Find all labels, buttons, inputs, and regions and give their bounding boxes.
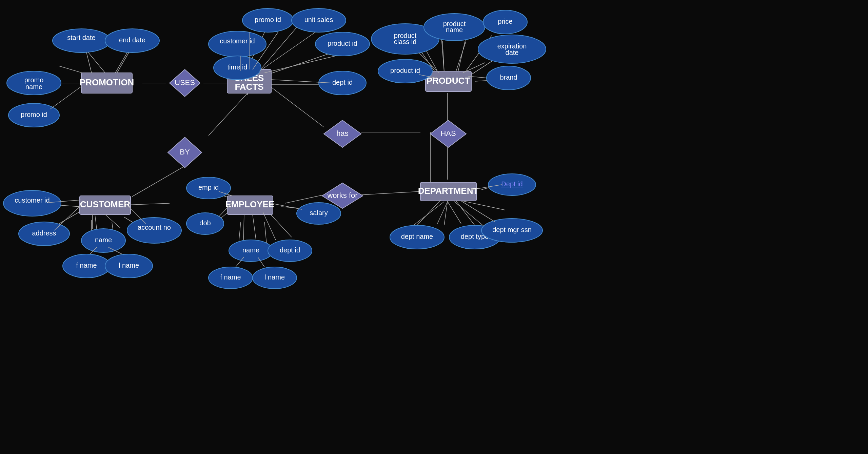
svg-text:customer id: customer id: [15, 197, 50, 204]
svg-text:class id: class id: [394, 38, 417, 45]
svg-text:l name: l name: [119, 262, 139, 269]
svg-text:dept id: dept id: [280, 246, 300, 254]
svg-line-103: [444, 201, 448, 225]
svg-line-14: [268, 85, 324, 127]
department-label: DEPARTMENT: [418, 186, 479, 196]
svg-text:unit sales: unit sales: [304, 16, 333, 23]
svg-text:price: price: [498, 18, 512, 25]
svg-text:dept mgr ssn: dept mgr ssn: [492, 226, 532, 233]
er-diagram: PROMOTION SALES FACTS PRODUCT CUSTOMER E…: [0, 0, 868, 454]
svg-line-20: [285, 195, 324, 203]
svg-text:address: address: [32, 229, 56, 237]
employee-label: EMPLOYEE: [225, 199, 274, 209]
svg-line-117: [271, 203, 302, 209]
svg-line-104: [417, 200, 441, 225]
svg-text:f name: f name: [220, 273, 241, 281]
svg-text:FACTS: FACTS: [235, 82, 263, 92]
svg-text:salary: salary: [310, 209, 328, 216]
svg-line-97: [456, 41, 466, 71]
svg-line-88: [117, 53, 129, 73]
svg-text:l name: l name: [264, 273, 285, 281]
svg-text:dept name: dept name: [401, 233, 433, 240]
by-label: BY: [180, 148, 190, 156]
svg-text:brand: brand: [500, 74, 517, 81]
svg-text:f name: f name: [76, 262, 97, 269]
svg-text:dob: dob: [199, 219, 211, 227]
svg-text:Dept id: Dept id: [501, 180, 522, 188]
customer-label: CUSTOMER: [80, 199, 131, 209]
svg-text:date: date: [506, 49, 519, 56]
has-lower-label: has: [336, 129, 348, 138]
svg-text:product id: product id: [390, 67, 420, 74]
svg-line-44: [454, 202, 485, 227]
has-upper-label: HAS: [440, 129, 456, 138]
svg-text:name: name: [95, 236, 112, 244]
svg-line-26: [125, 203, 170, 205]
svg-line-19: [361, 191, 420, 195]
product-label: PRODUCT: [427, 76, 470, 86]
svg-text:promo id: promo id: [255, 16, 281, 23]
svg-line-115: [253, 214, 256, 240]
svg-line-109: [95, 214, 97, 229]
svg-text:account no: account no: [138, 224, 171, 231]
svg-text:emp id: emp id: [198, 184, 219, 191]
svg-text:name: name: [446, 26, 463, 34]
svg-text:promo: promo: [24, 76, 44, 84]
svg-text:customer id: customer id: [220, 37, 255, 45]
svg-text:end date: end date: [119, 36, 145, 44]
svg-text:product id: product id: [328, 40, 357, 47]
svg-line-102: [456, 201, 475, 225]
works-for-label: works for: [327, 191, 357, 200]
svg-line-110: [105, 214, 120, 228]
svg-text:name: name: [25, 83, 42, 90]
promotion-label: PROMOTION: [80, 77, 134, 87]
svg-line-12: [209, 93, 248, 136]
svg-text:start date: start date: [67, 34, 95, 41]
svg-text:name: name: [242, 246, 259, 254]
svg-text:dept id: dept id: [332, 79, 353, 86]
svg-line-92: [264, 56, 336, 73]
svg-line-31: [271, 215, 292, 237]
svg-line-45: [458, 200, 505, 210]
svg-line-114: [243, 214, 244, 240]
svg-line-13: [132, 166, 185, 197]
svg-text:time id: time id: [228, 63, 248, 71]
uses-label: USES: [175, 78, 195, 87]
svg-text:promo id: promo id: [21, 111, 47, 118]
